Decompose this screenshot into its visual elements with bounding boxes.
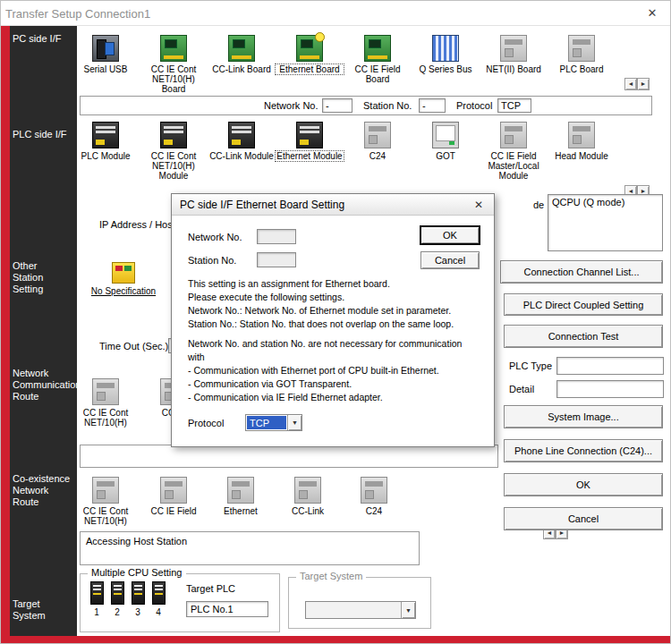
netroute-ccie-cont[interactable]: CC IE Cont NET/10(H): [72, 378, 140, 428]
window-titlebar: Transfer Setup Connection1 ✕: [1, 1, 671, 26]
section-sidebar: PC side I/F PLC side I/F Other Station S…: [10, 26, 77, 636]
pcif-ethernet-board[interactable]: Ethernet Board: [276, 35, 344, 74]
coex-ethernet[interactable]: Ethernet: [207, 477, 275, 516]
coex-cclink[interactable]: CC-Link: [274, 477, 342, 516]
cpu-slot-2[interactable]: 2: [108, 581, 126, 617]
icon-label: PLC Board: [548, 64, 616, 74]
scroll-right-icon[interactable]: ►: [637, 78, 650, 90]
dialog-station-no-label: Station No.: [188, 255, 236, 266]
cpu-slot-icon: [90, 581, 104, 605]
icon-label: C24: [340, 506, 408, 516]
pcif-serial-usb[interactable]: Serial USB: [72, 35, 140, 74]
coex-ccie-cont[interactable]: CC IE Cont NET/10(H): [72, 477, 140, 526]
icon-label: No Specification: [81, 286, 166, 296]
other-station-no-specification[interactable]: No Specification: [81, 262, 166, 296]
pcif-plc-board[interactable]: PLC Board: [548, 35, 616, 74]
connection-channel-list-button[interactable]: Connection Channel List...: [500, 260, 663, 284]
dialog-protocol-dropdown[interactable]: TCP ▼: [245, 414, 302, 431]
system-image-button[interactable]: System Image...: [504, 405, 663, 428]
cpu-slot-1[interactable]: 1: [88, 581, 106, 617]
icon-label: Ethernet Board: [276, 64, 344, 74]
plc-type-value: [556, 357, 664, 375]
ethernet-board-setting-dialog: PC side I/F Ethernet Board Setting ✕ Net…: [171, 193, 495, 447]
no-specification-icon: [112, 262, 135, 284]
chevron-down-icon[interactable]: ▼: [401, 602, 415, 618]
scroll-left-icon[interactable]: ◄: [624, 78, 637, 90]
plcif-got[interactable]: GOT: [412, 122, 480, 161]
plc-direct-coupled-button[interactable]: PLC Direct Coupled Setting: [504, 293, 663, 316]
ok-button[interactable]: OK: [504, 473, 663, 496]
pcif-cclink-board[interactable]: CC-Link Board: [208, 35, 276, 74]
icon-label: CC IE Cont NET/10(H) Module: [140, 151, 208, 181]
dialog-ok-button[interactable]: OK: [420, 226, 480, 244]
cpu-mode-value: QCPU (Q mode): [552, 197, 624, 208]
ccie-field-coex-icon: [160, 477, 187, 504]
icon-label: Ethernet: [207, 506, 275, 516]
dialog-network-no-input[interactable]: [257, 229, 296, 244]
netii-board-icon: [500, 35, 527, 62]
pcif-q-series-bus[interactable]: Q Series Bus: [412, 35, 480, 74]
pcif-ccie-field-board[interactable]: CC IE Field Board: [344, 35, 412, 84]
sidebar-item-target-system: Target System: [13, 598, 46, 622]
target-system-dropdown[interactable]: ▼: [305, 601, 416, 619]
q-series-bus-icon: [432, 35, 459, 62]
cclink-coex-icon: [294, 477, 321, 504]
ethernet-board-icon: [296, 35, 323, 62]
icon-label: CC IE Field: [140, 506, 208, 516]
dialog-title: PC side I/F Ethernet Board Setting: [180, 199, 344, 211]
target-system-value: [306, 602, 401, 618]
phone-line-connection-button[interactable]: Phone Line Connection (C24)...: [504, 439, 663, 462]
cpu-slot-4[interactable]: 4: [149, 581, 167, 617]
bottom-red-strip: [10, 636, 671, 644]
network-no-label: Network No.: [264, 100, 319, 111]
plcif-ethernet-module[interactable]: Ethernet Module: [276, 122, 344, 161]
coex-c24[interactable]: C24: [340, 477, 408, 516]
plcif-plc-module[interactable]: PLC Module: [72, 122, 140, 161]
window-title: Transfer Setup Connection1: [5, 7, 150, 21]
icon-label: CC-Link Board: [208, 64, 276, 74]
cpu-slot-icon: [132, 581, 145, 605]
c24-coex-icon: [361, 477, 387, 504]
window-close-icon[interactable]: ✕: [645, 6, 659, 21]
cpu-slot-number: 2: [108, 607, 126, 617]
icon-label: CC IE Cont NET/10(H): [72, 408, 140, 428]
plcif-c24[interactable]: C24: [344, 122, 412, 161]
plcif-cclink-module[interactable]: CC-Link Module: [208, 122, 276, 161]
sidebar-item-network-route: Network Communication Route: [13, 368, 81, 402]
cpu-mode-box: QCPU (Q mode): [548, 194, 663, 251]
transfer-setup-window: Transfer Setup Connection1 ✕ PC side I/F…: [0, 0, 671, 644]
pc-side-scroll: ◄ ►: [624, 78, 650, 90]
pcif-ccie-cont-board[interactable]: CC IE Cont NET/10(H) Board: [140, 35, 208, 94]
plcif-head-module[interactable]: Head Module: [548, 122, 616, 161]
station-no-value: -: [419, 98, 446, 113]
icon-label: PLC Module: [72, 151, 140, 161]
pcif-netii-board[interactable]: NET(II) Board: [480, 35, 548, 74]
cancel-button[interactable]: Cancel: [504, 507, 663, 530]
icon-label: C24: [344, 151, 412, 161]
plcif-ccie-field-master[interactable]: CC IE Field Master/Local Module: [480, 122, 548, 181]
cpu-slot-3[interactable]: 3: [129, 581, 147, 617]
network-no-value: -: [322, 98, 352, 113]
sidebar-item-pc-side-if: PC side I/F: [13, 33, 61, 45]
ethernet-module-icon: [296, 122, 323, 148]
left-red-strip: [1, 26, 10, 644]
host-station-box: Accessing Host Station: [80, 531, 420, 565]
connection-test-button[interactable]: Connection Test: [504, 325, 663, 348]
chevron-down-icon[interactable]: ▼: [287, 415, 302, 430]
plcif-ccie-cont-module[interactable]: CC IE Cont NET/10(H) Module: [140, 122, 208, 181]
protocol-label: Protocol: [456, 100, 492, 111]
icon-label: Q Series Bus: [412, 64, 480, 74]
dialog-cancel-button[interactable]: Cancel: [420, 251, 480, 269]
detail-label: Detail: [509, 384, 534, 394]
ccie-cont-route-icon: [92, 378, 119, 405]
icon-label: CC IE Field Master/Local Module: [480, 151, 548, 181]
icon-label: CC IE Field Board: [344, 64, 412, 84]
c24-icon: [364, 122, 391, 148]
dialog-close-icon[interactable]: ✕: [471, 198, 486, 212]
dialog-protocol-value: TCP: [247, 416, 286, 429]
coex-ccie-field[interactable]: CC IE Field: [140, 477, 208, 516]
dialog-info-text-2: Network No. and station No. are not nece…: [188, 337, 485, 404]
target-plc-label: Target PLC: [186, 583, 235, 594]
dialog-station-no-input[interactable]: [257, 252, 296, 267]
serial-usb-icon: [92, 35, 119, 62]
